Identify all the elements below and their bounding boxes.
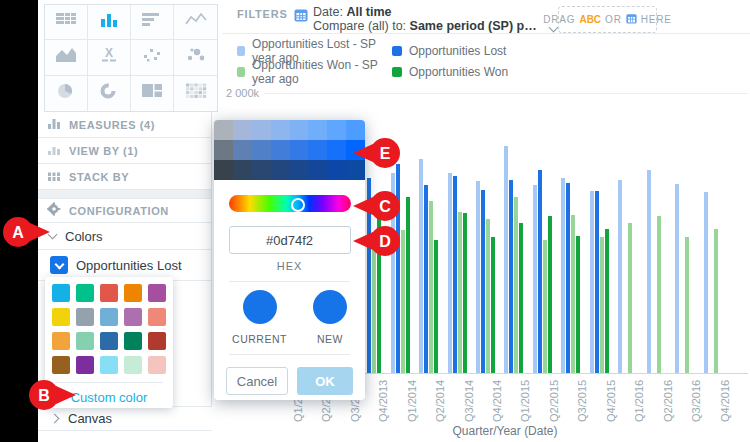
bar-Q2-2014-s1[interactable] [424, 185, 428, 373]
shade-cell[interactable] [233, 120, 252, 140]
bar-Q1-2016-s0[interactable] [618, 180, 622, 373]
bar-Q2-2016-s2[interactable] [657, 216, 661, 373]
bar-Q4-2015-s1[interactable] [595, 191, 599, 373]
bar-Q1-2014-s2[interactable] [401, 230, 405, 373]
palette-swatch-2[interactable] [100, 284, 118, 302]
palette-swatch-6[interactable] [76, 308, 94, 326]
palette-swatch-3[interactable] [124, 284, 142, 302]
shade-cell[interactable] [252, 140, 271, 160]
bar-Q3-2016-s2[interactable] [685, 237, 689, 374]
bar-Q4-2014-s1[interactable] [481, 190, 485, 373]
palette-swatch-18[interactable] [124, 356, 142, 374]
palette-swatch-8[interactable] [124, 308, 142, 326]
hex-input[interactable] [229, 226, 351, 254]
cancel-button[interactable]: Cancel [226, 367, 288, 395]
bar-Q2-2014-s3[interactable] [434, 240, 438, 373]
vis-type-bubble[interactable] [174, 40, 217, 75]
bar-Q1-2015-s1[interactable] [509, 180, 513, 373]
vis-type-bar[interactable] [131, 5, 174, 40]
palette-swatch-10[interactable] [52, 332, 70, 350]
shade-cell[interactable] [308, 160, 327, 180]
palette-swatch-17[interactable] [100, 356, 118, 374]
legend-item[interactable]: Opportunities Lost [392, 40, 508, 61]
bar-Q2-2015-s3[interactable] [548, 216, 552, 373]
shade-cell[interactable] [214, 120, 233, 140]
hue-slider[interactable] [229, 195, 351, 212]
shade-cell[interactable] [271, 140, 290, 160]
bar-Q1-2014-s3[interactable] [406, 197, 410, 373]
bar-Q3-2015-s2[interactable] [571, 215, 575, 373]
shade-cell[interactable] [290, 120, 309, 140]
shade-cell[interactable] [327, 120, 346, 140]
palette-swatch-14[interactable] [148, 332, 166, 350]
legend-item[interactable]: Opportunities Won - SP year ago [237, 61, 392, 82]
bar-Q2-2015-s1[interactable] [538, 170, 542, 373]
attribute-drop-zone[interactable]: DRAG ABC OR HERE [558, 6, 657, 33]
date-filter[interactable]: Date: All time Compare (all) to: Same pe… [313, 5, 537, 33]
bar-Q3-2015-s0[interactable] [561, 178, 565, 373]
legend-item[interactable]: Opportunities Won [392, 61, 508, 82]
palette-swatch-4[interactable] [148, 284, 166, 302]
shade-cell[interactable] [252, 160, 271, 180]
bar-Q1-2015-s0[interactable] [504, 146, 508, 373]
vis-type-headline[interactable]: X [88, 40, 131, 75]
shade-cell[interactable] [271, 120, 290, 140]
configuration-section[interactable]: CONFIGURATION [38, 199, 211, 223]
shade-cell[interactable] [308, 120, 327, 140]
bar-Q4-2015-s3[interactable] [605, 229, 609, 373]
shade-cell[interactable] [252, 120, 271, 140]
palette-swatch-13[interactable] [124, 332, 142, 350]
palette-swatch-11[interactable] [76, 332, 94, 350]
bar-Q1-2015-s3[interactable] [519, 223, 523, 373]
bar-Q4-2014-s2[interactable] [486, 219, 490, 373]
shade-cell[interactable] [214, 140, 233, 160]
shade-cell[interactable] [290, 160, 309, 180]
bar-Q4-2014-s0[interactable] [476, 181, 480, 373]
bar-Q1-2015-s2[interactable] [514, 197, 518, 373]
shade-grid[interactable] [214, 120, 365, 180]
bar-Q3-2014-s2[interactable] [458, 212, 462, 373]
colors-row[interactable]: Colors [38, 223, 211, 250]
palette-swatch-7[interactable] [100, 308, 118, 326]
shade-cell[interactable] [346, 120, 365, 140]
palette-swatch-9[interactable] [148, 308, 166, 326]
palette-swatch-1[interactable] [76, 284, 94, 302]
bar-Q4-2016-s0[interactable] [704, 192, 708, 373]
bar-Q2-2014-s0[interactable] [419, 159, 423, 373]
hue-slider-knob[interactable] [291, 198, 305, 212]
palette-swatch-16[interactable] [76, 356, 94, 374]
palette-swatch-0[interactable] [52, 284, 70, 302]
vis-type-donut[interactable] [88, 76, 131, 111]
bar-Q3-2015-s3[interactable] [576, 236, 580, 373]
shade-cell[interactable] [290, 140, 309, 160]
sidebar-section-measures-[interactable]: MEASURES (4) [38, 112, 211, 138]
ok-button[interactable]: OK [297, 367, 353, 395]
shade-cell[interactable] [271, 160, 290, 180]
palette-swatch-15[interactable] [52, 356, 70, 374]
shade-cell[interactable] [233, 140, 252, 160]
bar-Q3-2014-s3[interactable] [463, 213, 467, 373]
palette-swatch-19[interactable] [148, 356, 166, 374]
bar-Q2-2015-s2[interactable] [543, 240, 547, 373]
shade-cell[interactable] [327, 140, 346, 160]
shade-cell[interactable] [327, 160, 346, 180]
bar-Q1-2016-s2[interactable] [628, 223, 632, 373]
palette-swatch-12[interactable] [100, 332, 118, 350]
shade-cell[interactable] [233, 160, 252, 180]
sidebar-section-stack-by[interactable]: STACK BY [38, 164, 211, 190]
bar-Q3-2014-s0[interactable] [448, 173, 452, 373]
measure-color-dropdown[interactable] [50, 256, 68, 274]
shade-cell[interactable] [308, 140, 327, 160]
vis-type-treemap[interactable] [131, 76, 174, 111]
vis-type-column[interactable] [88, 5, 131, 40]
bar-Q3-2015-s1[interactable] [566, 183, 570, 373]
bar-Q4-2015-s0[interactable] [590, 191, 594, 373]
vis-type-heatmap[interactable] [174, 76, 217, 111]
bar-Q4-2015-s2[interactable] [600, 237, 604, 373]
bar-Q3-2016-s0[interactable] [675, 184, 679, 373]
vis-type-table[interactable] [45, 5, 88, 40]
sidebar-section-view-by-[interactable]: VIEW BY (1) [38, 138, 211, 164]
bar-Q3-2014-s1[interactable] [453, 176, 457, 373]
vis-type-scatter[interactable] [131, 40, 174, 75]
bar-Q4-2016-s2[interactable] [714, 229, 718, 373]
